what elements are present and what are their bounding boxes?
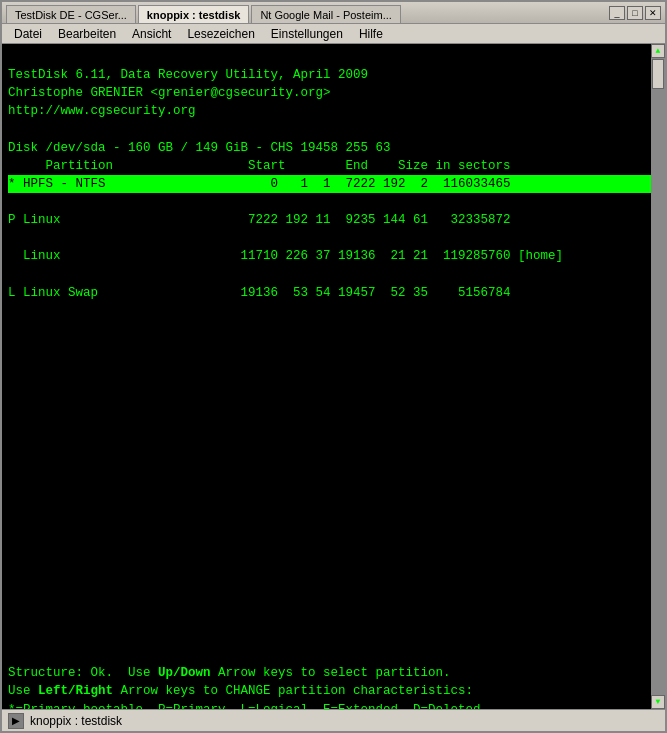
scroll-track[interactable] <box>651 58 665 695</box>
status-bar: ▶ knoppix : testdisk <box>2 709 665 731</box>
terminal[interactable]: TestDisk 6.11, Data Recovery Utility, Ap… <box>2 44 665 709</box>
menu-datei[interactable]: Datei <box>6 25 50 43</box>
terminal-icon: ▶ <box>8 713 24 729</box>
header-line-3: http://www.cgsecurity.org <box>8 104 196 118</box>
status-line-1: Structure: Ok. Use Up/Down Arrow keys to… <box>8 666 451 680</box>
scroll-down-button[interactable]: ▼ <box>651 695 665 709</box>
table-header: Partition Start End Size in sectors <box>8 159 511 173</box>
menu-einstellungen[interactable]: Einstellungen <box>263 25 351 43</box>
scrollbar[interactable]: ▲ ▼ <box>651 44 665 709</box>
title-bar: TestDisk DE - CGSer... knoppix : testdis… <box>2 2 665 24</box>
partition-row-3[interactable]: Linux 11710 226 37 19136 21 21 119285760… <box>8 247 659 265</box>
partition-row-2[interactable]: P Linux 7222 192 11 9235 144 61 32335872 <box>8 211 659 229</box>
tab-knoppix-testdisk[interactable]: knoppix : testdisk <box>138 5 250 23</box>
terminal-content: TestDisk 6.11, Data Recovery Utility, Ap… <box>8 48 659 709</box>
status-line-3: *=Primary bootable P=Primary L=Logical E… <box>8 703 481 710</box>
header-line-2: Christophe GRENIER <grenier@cgsecurity.o… <box>8 86 331 100</box>
blank-18 <box>8 630 16 644</box>
blank-10 <box>8 485 16 499</box>
blank-17 <box>8 612 16 626</box>
menu-bearbeiten[interactable]: Bearbeiten <box>50 25 124 43</box>
main-window: TestDisk DE - CGSer... knoppix : testdis… <box>0 0 667 733</box>
blank-9 <box>8 467 16 481</box>
blank-14 <box>8 558 16 572</box>
menu-ansicht[interactable]: Ansicht <box>124 25 179 43</box>
status-line-2: Use Left/Right Arrow keys to CHANGE part… <box>8 684 473 698</box>
blank-4 <box>8 376 16 390</box>
blank-3 <box>8 358 16 372</box>
header-line-1: TestDisk 6.11, Data Recovery Utility, Ap… <box>8 68 368 82</box>
blank-13 <box>8 539 16 553</box>
partition-row-1[interactable]: * HPFS - NTFS 0 1 1 7222 192 2 116033465 <box>8 175 659 193</box>
leftright-bold: Left/Right <box>38 684 113 698</box>
blank-7 <box>8 431 16 445</box>
header-line-blank <box>8 123 16 137</box>
maximize-button[interactable]: □ <box>627 6 643 20</box>
menu-bar: Datei Bearbeiten Ansicht Lesezeichen Ein… <box>2 24 665 44</box>
menu-hilfe[interactable]: Hilfe <box>351 25 391 43</box>
scroll-up-button[interactable]: ▲ <box>651 44 665 58</box>
blank-5 <box>8 394 16 408</box>
blank-1 <box>8 322 16 336</box>
blank-12 <box>8 521 16 535</box>
minimize-button[interactable]: _ <box>609 6 625 20</box>
window-controls: _ □ ✕ <box>609 6 661 20</box>
menu-lesezeichen[interactable]: Lesezeichen <box>179 25 262 43</box>
updown-bold: Up/Down <box>158 666 211 680</box>
scroll-thumb[interactable] <box>652 59 664 89</box>
blank-15 <box>8 576 16 590</box>
blank-2 <box>8 340 16 354</box>
blank-19 <box>8 648 16 662</box>
tab-google-mail[interactable]: Nt Google Mail - Posteim... <box>251 5 400 23</box>
close-button[interactable]: ✕ <box>645 6 661 20</box>
blank-6 <box>8 413 16 427</box>
tab-testdisk-de[interactable]: TestDisk DE - CGSer... <box>6 5 136 23</box>
tab-bar: TestDisk DE - CGSer... knoppix : testdis… <box>6 2 609 23</box>
partition-row-4[interactable]: L Linux Swap 19136 53 54 19457 52 35 515… <box>8 284 659 302</box>
blank-16 <box>8 594 16 608</box>
status-label: knoppix : testdisk <box>30 714 122 728</box>
disk-info: Disk /dev/sda - 160 GB / 149 GiB - CHS 1… <box>8 141 391 155</box>
blank-11 <box>8 503 16 517</box>
blank-8 <box>8 449 16 463</box>
